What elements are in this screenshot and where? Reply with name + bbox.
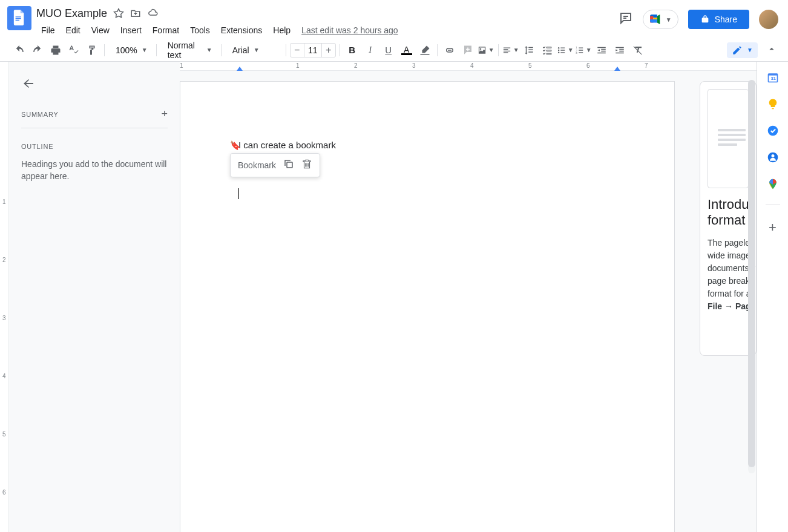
scrollbar[interactable] [748,80,755,473]
bookmark-popup: Bookmark [230,153,320,177]
chevron-down-icon: ▼ [666,16,672,23]
close-sidebar-button[interactable] [21,76,36,93]
svg-text:31: 31 [770,76,775,81]
keep-icon[interactable] [767,98,779,110]
zoom-dropdown[interactable]: 100%▼ [108,45,153,55]
print-button[interactable] [47,42,64,59]
document-page[interactable]: 🔖 I can create a bookmark Bookmark [180,81,675,532]
menu-bar: File Edit View Insert Format Tools Exten… [36,23,619,38]
collapse-toolbar-button[interactable] [766,44,777,57]
comment-button[interactable] [459,42,476,59]
right-margin-marker[interactable] [614,67,620,71]
share-button[interactable]: Share [688,10,749,29]
menu-edit[interactable]: Edit [61,23,85,38]
share-label: Share [715,15,737,24]
outline-sidebar: SUMMARY + OUTLINE Headings you add to th… [9,62,180,532]
editing-mode-button[interactable]: ▼ [727,42,758,58]
bookmark-icon[interactable]: 🔖 [230,140,240,150]
vertical-ruler: 1 2 3 4 5 6 [0,62,9,532]
align-button[interactable]: ▼ [502,42,519,59]
calendar-icon[interactable]: 31 [767,71,779,84]
avatar[interactable] [759,10,778,29]
maps-icon[interactable] [767,178,779,190]
cloud-icon[interactable] [147,8,159,19]
font-dropdown[interactable]: Arial▼ [225,45,282,55]
undo-button[interactable] [11,42,28,59]
contacts-icon[interactable] [767,151,779,163]
image-button[interactable]: ▼ [478,42,494,59]
line-spacing-button[interactable] [520,42,537,59]
bookmark-popup-label: Bookmark [238,160,276,170]
document-text: I can create a bookmark [238,140,336,150]
summary-heading: SUMMARY [21,111,59,118]
font-size-value[interactable]: 11 [304,44,322,57]
add-summary-button[interactable]: + [161,108,168,120]
paint-format-button[interactable] [84,42,100,59]
menu-insert[interactable]: Insert [116,23,146,38]
text-color-button[interactable]: A [398,45,415,55]
text-cursor [238,188,239,199]
meet-button[interactable]: ▼ [643,10,678,29]
link-button[interactable] [441,42,458,59]
font-size-control: − 11 + [290,43,336,57]
svg-rect-1 [16,18,21,19]
left-margin-marker[interactable] [237,67,243,71]
clear-format-button[interactable] [629,42,646,59]
bold-button[interactable]: B [344,42,361,59]
menu-help[interactable]: Help [268,23,295,38]
redo-button[interactable] [29,42,46,59]
docs-logo[interactable] [7,6,31,30]
underline-button[interactable]: U [380,42,397,59]
comments-icon[interactable] [619,11,633,28]
toolbar: 100%▼ Normal text▼ Arial▼ − 11 + B I U A… [0,39,788,62]
add-addon-button[interactable]: + [769,220,777,235]
svg-text:3: 3 [576,51,577,54]
svg-point-6 [558,49,560,51]
menu-format[interactable]: Format [148,23,184,38]
tasks-icon[interactable] [767,125,779,137]
move-icon[interactable] [130,8,141,19]
decrease-font-button[interactable]: − [291,44,304,57]
doc-title[interactable]: MUO Example [36,7,107,20]
svg-point-5 [558,47,560,48]
side-panel: 31 + [757,62,788,532]
style-dropdown[interactable]: Normal text▼ [160,41,217,60]
card-preview [708,89,749,188]
last-edit-link[interactable]: Last edit was 2 hours ago [301,25,398,35]
numbered-list-button[interactable]: 123▼ [575,42,592,59]
menu-tools[interactable]: Tools [185,23,215,38]
bullet-list-button[interactable]: ▼ [557,42,574,59]
checklist-button[interactable] [539,42,556,59]
svg-point-17 [771,154,774,157]
svg-point-7 [558,51,560,53]
decrease-indent-button[interactable] [593,42,610,59]
svg-point-15 [767,126,778,136]
menu-file[interactable]: File [36,23,60,38]
outline-heading: OUTLINE [21,143,168,150]
card-body: The pageles wide images documents v page… [708,237,749,313]
star-icon[interactable] [113,8,124,19]
delete-bookmark-icon[interactable] [301,159,312,172]
card-title: Introducformat [708,197,749,228]
svg-rect-11 [287,162,292,168]
spellcheck-button[interactable] [65,42,82,59]
svg-rect-2 [16,20,19,21]
menu-extensions[interactable]: Extensions [216,23,267,38]
italic-button[interactable]: I [362,42,379,59]
copy-link-icon[interactable] [283,159,294,172]
increase-indent-button[interactable] [611,42,628,59]
svg-rect-0 [16,16,21,17]
highlight-button[interactable] [416,42,433,59]
outline-placeholder: Headings you add to the document will ap… [21,159,168,182]
increase-font-button[interactable]: + [322,44,335,57]
horizontal-ruler: 1 1 2 3 4 5 6 7 [180,62,757,71]
menu-view[interactable]: View [87,23,114,38]
